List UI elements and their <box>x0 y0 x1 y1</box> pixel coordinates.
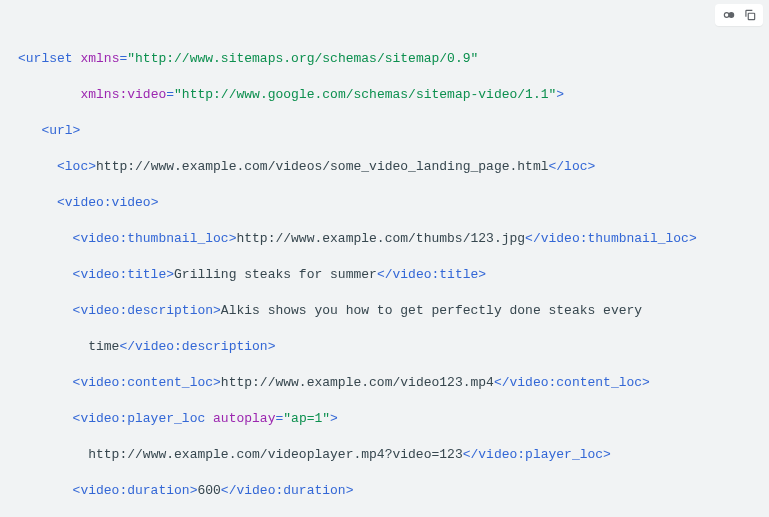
tag-title-open: <video:title> <box>73 267 174 282</box>
desc-text-l2: time <box>88 339 119 354</box>
thumb-text: http://www.example.com/thumbs/123.jpg <box>236 231 525 246</box>
tag-url-open: <url> <box>41 123 80 138</box>
xml-code-block: <urlset xmlns="http://www.sitemaps.org/s… <box>0 0 769 517</box>
player-text: http://www.example.com/videoplayer.mp4?v… <box>88 447 462 462</box>
svg-point-0 <box>724 13 729 18</box>
tag-player-open: <video:player_loc <box>73 411 213 426</box>
tag-desc-close: </video:description> <box>119 339 275 354</box>
tag-thumb-open: <video:thumbnail_loc> <box>73 231 237 246</box>
tag-urlset-open: <urlset <box>18 51 80 66</box>
tag-content-close: </video:content_loc> <box>494 375 650 390</box>
code-content: <urlset xmlns="http://www.sitemaps.org/s… <box>18 50 751 517</box>
attr-xmlns-video: xmlns:video <box>80 87 166 102</box>
tag-duration-open: <video:duration> <box>73 483 198 498</box>
copy-icon[interactable] <box>741 6 759 24</box>
tag-loc-close: </loc> <box>549 159 596 174</box>
tag-video-open: <video:video> <box>57 195 158 210</box>
desc-text-l1: Alkis shows you how to get perfectly don… <box>221 303 642 318</box>
eq: = <box>166 87 174 102</box>
tag-thumb-close: </video:thumbnail_loc> <box>525 231 697 246</box>
tag-loc-open: <loc> <box>57 159 96 174</box>
duration-text: 600 <box>197 483 220 498</box>
gt: > <box>556 87 564 102</box>
tag-title-close: </video:title> <box>377 267 486 282</box>
val-xmlns: "http://www.sitemaps.org/schemas/sitemap… <box>127 51 478 66</box>
content-text: http://www.example.com/video123.mp4 <box>221 375 494 390</box>
tag-duration-close: </video:duration> <box>221 483 354 498</box>
svg-rect-2 <box>748 13 754 19</box>
gt: > <box>330 411 338 426</box>
tag-content-open: <video:content_loc> <box>73 375 221 390</box>
title-text: Grilling steaks for summer <box>174 267 377 282</box>
loc-text: http://www.example.com/videos/some_video… <box>96 159 548 174</box>
attr-autoplay: autoplay <box>213 411 275 426</box>
svg-point-1 <box>729 13 734 18</box>
dark-mode-icon[interactable] <box>719 6 739 24</box>
code-toolbar <box>715 4 763 26</box>
attr-xmlns: xmlns <box>80 51 119 66</box>
tag-player-close: </video:player_loc> <box>463 447 611 462</box>
val-autoplay: "ap=1" <box>283 411 330 426</box>
val-xmlns-video: "http://www.google.com/schemas/sitemap-v… <box>174 87 556 102</box>
tag-desc-open: <video:description> <box>73 303 221 318</box>
